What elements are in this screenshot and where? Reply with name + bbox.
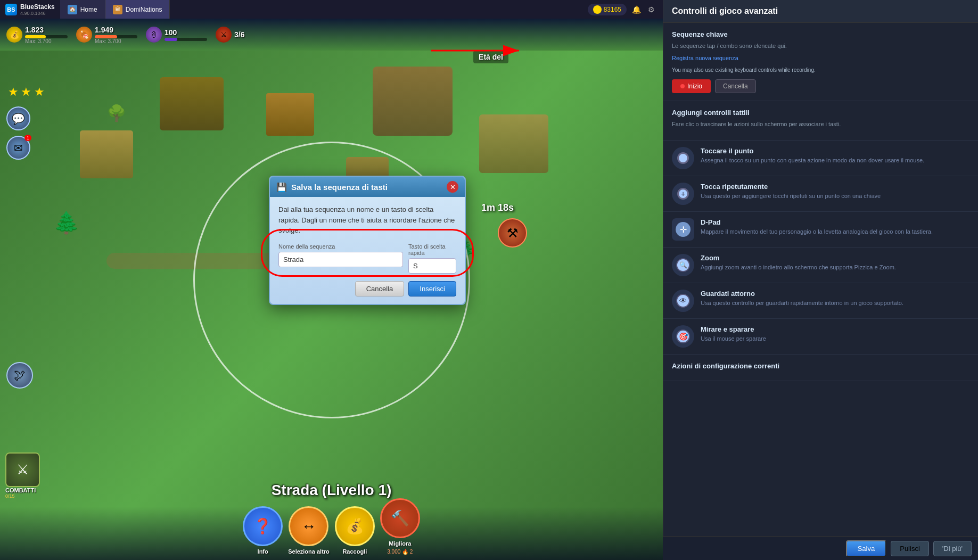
- stars-panel: ★ ★ ★: [8, 85, 45, 99]
- collect-btn-label: Raccogli: [342, 548, 367, 555]
- sequences-desc: Le sequenze tap / combo sono elencate qu…: [672, 42, 969, 51]
- select-btn-icon: ↔: [289, 506, 328, 546]
- aim-shoot-name: Mirare e sparare: [701, 325, 969, 333]
- collect-button[interactable]: 💰 Raccogli: [335, 506, 375, 555]
- right-panel: Controlli di gioco avanzati Sequenze chi…: [663, 0, 978, 560]
- panel-clean-button[interactable]: Pulisci: [891, 541, 929, 556]
- name-field-group: Nome della sequenza: [278, 243, 403, 274]
- dpad-name: D-Pad: [701, 218, 969, 226]
- game-bottom: ❓ Info ↔ Seleziona altro 💰 Raccogli 🔨 Mi…: [0, 507, 663, 560]
- key-label: Tasto di scelta rapida: [408, 243, 456, 256]
- food-icon: 🍖: [76, 27, 92, 43]
- coin-icon: [593, 5, 602, 14]
- road-label: Strada (Livello 1): [272, 482, 392, 499]
- control-dpad[interactable]: ✛ D-Pad Mappare il movimento del tuo per…: [663, 212, 978, 248]
- control-touch-point[interactable]: Toccare il punto Assegna il tocco su un …: [663, 141, 978, 176]
- chat-icon[interactable]: 💬: [6, 106, 30, 130]
- current-actions-title: Azioni di configurazione correnti: [672, 362, 969, 370]
- sequences-note: You may also use existing keyboard contr…: [672, 67, 969, 74]
- start-label: Inizio: [687, 83, 702, 90]
- info-btn-icon: ❓: [243, 506, 283, 546]
- repeat-touch-icon: +: [672, 183, 694, 205]
- info-button[interactable]: ❓ Info: [243, 506, 283, 555]
- gold-max: Max: 3.700: [25, 38, 68, 44]
- aim-shoot-text: Mirare e sparare Usa il mouse per sparar…: [701, 325, 969, 343]
- dialog-description: Dai alla tua sequenza un nome e un tasto…: [278, 204, 456, 236]
- repeat-touch-name: Tocca ripetutamente: [701, 183, 969, 191]
- troops-icon: ⚔: [216, 27, 232, 43]
- record-buttons: Inizio Cancella: [672, 79, 969, 93]
- touch-point-desc: Assegna il tocco su un punto con questa …: [701, 157, 969, 164]
- timer-badge: 1m 18s: [481, 202, 514, 213]
- sequences-title: Sequenze chiave: [672, 30, 969, 38]
- combat-icon: ⚔: [5, 452, 40, 487]
- zoom-text: Zoom Aggiungi zoom avanti o indietro all…: [701, 254, 969, 271]
- dialog-body: Dai alla tua sequenza un nome e un tasto…: [270, 197, 465, 304]
- tactile-desc: Fare clic o trascinare le azioni sullo s…: [672, 120, 969, 129]
- panel-bottom: Salva Pulisci 'Di più': [663, 536, 978, 560]
- troops-value: 3/6: [234, 30, 244, 39]
- tree-3: 🌳: [106, 104, 126, 122]
- zoom-icon: 🔍: [672, 254, 694, 276]
- touch-point-name: Toccare il punto: [701, 147, 969, 155]
- dialog-insert-button[interactable]: Inserisci: [408, 281, 456, 297]
- control-repeat-touch[interactable]: + Tocca ripetutamente Usa questo per agg…: [663, 176, 978, 212]
- game-tab[interactable]: 🏛 DomiNations: [105, 0, 170, 19]
- coins-value: 83165: [604, 6, 621, 13]
- star-1: ★: [8, 85, 19, 98]
- home-tab[interactable]: 🏠 Home: [60, 0, 105, 19]
- dpad-icon: ✛: [672, 218, 694, 241]
- coins-display: 83165: [588, 4, 627, 15]
- improve-btn-icon: 🔨: [380, 498, 420, 538]
- dove-icon[interactable]: 🕊: [6, 362, 33, 389]
- tactile-title: Aggiungi controlli tattili: [672, 109, 969, 117]
- gold-value: 1.823: [25, 26, 68, 34]
- game-tab-icon: 🏛: [113, 5, 122, 14]
- dpad-desc: Mappare il movimento del tuo personaggio…: [701, 228, 969, 236]
- mail-icon[interactable]: ✉ 1: [6, 136, 30, 160]
- look-around-text: Guardati attorno Usa questo controllo pe…: [701, 290, 969, 307]
- panel-save-button[interactable]: Salva: [846, 540, 887, 557]
- aim-shoot-desc: Usa il mouse per sparare: [701, 335, 969, 343]
- cancel-record-button[interactable]: Cancella: [715, 79, 756, 93]
- oil-info: 100: [165, 28, 207, 41]
- dialog-cancel-button[interactable]: Cancella: [355, 281, 405, 297]
- select-btn-label: Seleziona altro: [288, 548, 330, 555]
- home-tab-label: Home: [80, 6, 97, 13]
- settings-icon[interactable]: ⚙: [646, 4, 656, 15]
- tree-1: 🌲: [53, 210, 80, 235]
- control-aim-shoot[interactable]: 🎯 Mirare e sparare Usa il mouse per spar…: [663, 319, 978, 355]
- panel-title: Controlli di gioco avanzati: [672, 6, 778, 15]
- start-button[interactable]: Inizio: [672, 79, 711, 93]
- combat-count: 0/15: [5, 493, 40, 499]
- record-new-link[interactable]: Registra nuova sequenza: [672, 55, 969, 61]
- collect-btn-icon: 💰: [335, 506, 375, 546]
- name-label: Nome della sequenza: [278, 243, 403, 250]
- combat-label: COMBATTI: [5, 487, 40, 493]
- zoom-name: Zoom: [701, 254, 969, 262]
- improve-button[interactable]: 🔨 Migliora 3.000 🔥 2: [380, 498, 420, 555]
- tactile-section: Aggiungi controlli tattili Fare clic o t…: [663, 101, 978, 141]
- control-look-around[interactable]: 👁 Guardati attorno Usa questo controllo …: [663, 283, 978, 319]
- select-button[interactable]: ↔ Seleziona altro: [288, 506, 330, 555]
- save-dialog: 💾 Salva la sequenza di tasti ✕ Dai alla …: [269, 176, 466, 305]
- star-2: ★: [21, 85, 31, 98]
- gold-resource: 💰 1.823 Max: 3.700: [6, 26, 68, 44]
- dialog-close-button[interactable]: ✕: [447, 181, 458, 193]
- game-area: BS BlueStacks 4.90.0.1046 🏠 Home 🏛 DomiN…: [0, 0, 663, 560]
- panel-more-button[interactable]: 'Di più': [933, 541, 972, 556]
- info-btn-label: Info: [258, 548, 268, 555]
- improve-btn-label: Migliora: [389, 540, 411, 547]
- dpad-text: D-Pad Mappare il movimento del tuo perso…: [701, 218, 969, 236]
- sequence-name-input[interactable]: [278, 252, 403, 267]
- sequences-section: Sequenze chiave Le sequenze tap / combo …: [663, 23, 978, 101]
- bs-icon: BS: [5, 4, 17, 15]
- combat-panel[interactable]: ⚔ COMBATTI 0/15: [5, 452, 40, 499]
- repeat-touch-desc: Usa questo per aggiungere tocchi ripetut…: [701, 192, 969, 200]
- dialog-fields: Nome della sequenza Tasto di scelta rapi…: [278, 243, 456, 274]
- notification-icon[interactable]: 🔔: [631, 4, 642, 15]
- bs-name: BlueStacks: [20, 3, 55, 11]
- shortcut-key-input[interactable]: [408, 258, 456, 274]
- control-zoom[interactable]: 🔍 Zoom Aggiungi zoom avanti o indietro a…: [663, 248, 978, 283]
- panel-header: Controlli di gioco avanzati: [663, 0, 978, 23]
